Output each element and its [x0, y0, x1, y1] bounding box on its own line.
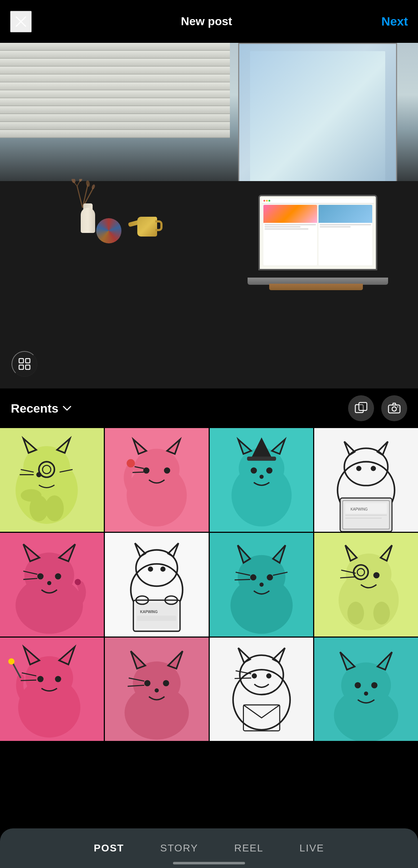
- svg-point-41: [126, 459, 135, 467]
- svg-marker-65: [23, 544, 40, 561]
- svg-point-37: [143, 467, 149, 473]
- svg-rect-82: [137, 616, 176, 621]
- svg-point-55: [356, 466, 361, 471]
- svg-text:KAPWING: KAPWING: [351, 507, 368, 511]
- tab-live[interactable]: LIVE: [292, 839, 332, 858]
- svg-point-101: [373, 572, 379, 578]
- svg-point-91: [259, 583, 264, 587]
- svg-rect-12: [19, 365, 23, 369]
- photo-cell[interactable]: [210, 638, 314, 741]
- svg-point-120: [144, 680, 150, 686]
- svg-rect-13: [26, 359, 30, 363]
- svg-marker-44: [238, 440, 251, 454]
- svg-marker-98: [381, 545, 392, 561]
- svg-point-68: [55, 573, 61, 579]
- tab-reel[interactable]: REEL: [227, 839, 271, 858]
- gallery-icon-group: [348, 395, 407, 421]
- svg-point-38: [164, 467, 170, 473]
- svg-rect-80: [136, 603, 177, 629]
- svg-rect-11: [19, 359, 23, 363]
- photo-cell[interactable]: [0, 638, 104, 741]
- photo-cell[interactable]: [314, 533, 418, 637]
- camera-button[interactable]: [381, 395, 407, 421]
- svg-point-31: [45, 495, 64, 521]
- svg-marker-109: [59, 647, 75, 664]
- close-button[interactable]: [10, 11, 32, 32]
- expand-button[interactable]: [12, 351, 37, 377]
- svg-point-78: [160, 566, 165, 571]
- recents-button[interactable]: Recents: [11, 401, 71, 415]
- photo-cell[interactable]: [210, 533, 314, 637]
- svg-rect-16: [359, 402, 367, 410]
- svg-rect-14: [26, 365, 30, 369]
- svg-marker-137: [378, 652, 392, 670]
- svg-marker-128: [273, 648, 285, 662]
- svg-point-18: [392, 407, 396, 411]
- svg-point-26: [36, 472, 41, 477]
- svg-marker-35: [133, 440, 146, 454]
- svg-point-89: [250, 574, 256, 580]
- svg-point-67: [37, 573, 44, 579]
- photo-cell[interactable]: KAPWING: [105, 533, 209, 637]
- svg-point-129: [252, 673, 257, 678]
- svg-marker-54: [378, 441, 388, 455]
- svg-point-104: [347, 602, 364, 624]
- svg-marker-76: [168, 543, 178, 557]
- gallery-controls: Recents: [0, 388, 418, 428]
- multi-select-icon: [355, 402, 368, 415]
- tab-post[interactable]: POST: [86, 839, 131, 858]
- svg-line-93: [235, 579, 250, 580]
- svg-point-50: [259, 475, 264, 479]
- svg-text:KAPWING: KAPWING: [140, 610, 158, 614]
- svg-marker-66: [59, 544, 75, 561]
- svg-point-34: [134, 449, 179, 490]
- svg-marker-87: [237, 545, 250, 563]
- svg-point-113: [8, 658, 14, 664]
- svg-line-115: [21, 680, 36, 680]
- svg-point-7: [71, 179, 76, 184]
- svg-point-77: [148, 566, 153, 571]
- svg-point-121: [163, 680, 169, 686]
- multi-select-button[interactable]: [348, 395, 374, 421]
- svg-point-130: [266, 673, 271, 678]
- svg-marker-97: [346, 545, 357, 561]
- tab-story[interactable]: STORY: [153, 839, 205, 858]
- photo-cell[interactable]: [210, 428, 314, 532]
- svg-marker-36: [167, 440, 180, 454]
- photo-cell[interactable]: [314, 638, 418, 741]
- page-title: New post: [181, 15, 232, 28]
- svg-point-122: [155, 688, 159, 692]
- svg-marker-119: [168, 651, 182, 669]
- svg-line-112: [13, 663, 21, 678]
- watering-can: [134, 208, 163, 237]
- svg-line-132: [235, 678, 251, 678]
- svg-point-72: [75, 579, 81, 585]
- photo-cell[interactable]: KAPWING: [314, 428, 418, 532]
- svg-marker-75: [135, 543, 145, 557]
- svg-point-49: [266, 467, 272, 473]
- svg-point-111: [55, 676, 61, 682]
- svg-marker-45: [272, 440, 285, 454]
- next-button[interactable]: Next: [381, 14, 408, 28]
- preview-image-area: [0, 43, 418, 388]
- svg-marker-22: [23, 439, 36, 453]
- chevron-down-icon: [63, 406, 71, 411]
- svg-line-2: [77, 186, 83, 208]
- svg-point-69: [47, 581, 52, 585]
- svg-point-110: [37, 676, 44, 682]
- camera-icon: [388, 402, 401, 415]
- photo-grid: KAPWING: [0, 428, 418, 741]
- photo-cell[interactable]: [105, 428, 209, 532]
- photo-cell[interactable]: [105, 638, 209, 741]
- svg-point-138: [355, 682, 361, 688]
- photo-cell[interactable]: [0, 533, 104, 637]
- photo-cell[interactable]: [0, 428, 104, 532]
- recents-label: Recents: [11, 401, 58, 415]
- svg-rect-47: [247, 457, 276, 461]
- svg-point-140: [364, 691, 368, 696]
- svg-rect-17: [388, 405, 400, 413]
- preview-desk-photo: [0, 43, 418, 388]
- svg-marker-127: [238, 648, 250, 662]
- svg-point-48: [250, 467, 257, 473]
- svg-marker-23: [57, 439, 70, 453]
